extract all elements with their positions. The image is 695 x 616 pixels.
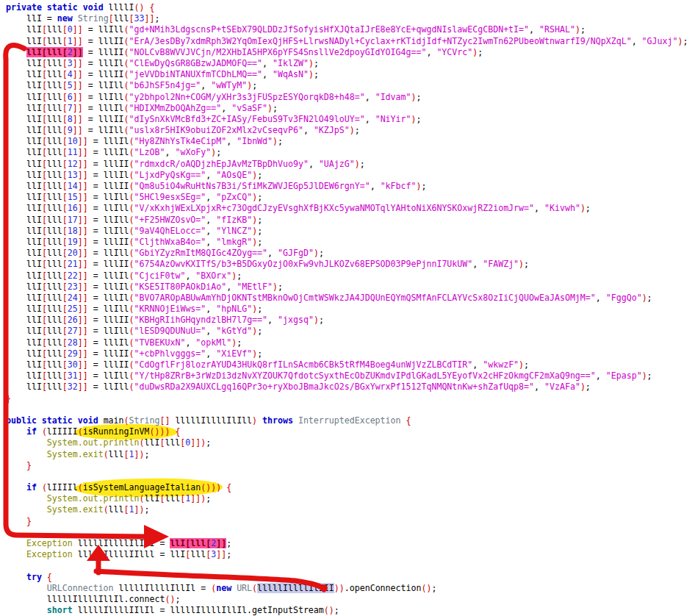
code-token: 6 [68,92,73,102]
code-token [6,259,26,269]
code-token: [ [62,125,68,135]
code-token: ( [124,114,129,124]
code-token [6,370,26,381]
code-token: ]] [78,282,88,292]
code-line: llI[lll[3]] = lllIl("ClEwDyQsGR8GBzwJADM… [6,58,688,69]
code-token: , [226,282,237,292]
code-token: 3 [68,58,73,68]
code-token: ( [124,36,129,46]
code-token: [ [124,449,129,459]
code-token: lllII [104,348,129,359]
code-token: "Idvam" [375,92,411,102]
code-token: "rdmxdcR/oAQDjzhEpJAvMzTBpDhVuo9y" [134,159,309,169]
code-token: llI [26,136,42,146]
code-token: try [26,572,47,582]
code-token: llI [26,36,42,46]
code-token: ( [129,248,134,258]
code-token: "gd+NMih3LdgscnsP+tSEbX79QLDDzJfSofyisHf… [129,24,529,35]
search-highlight: ]] [73,47,83,57]
code-line: try { [6,572,688,583]
code-line: llI[lll[9]] = llIll("uslx8r5HIK9obuiZOF2… [6,125,688,136]
code-token: ) [411,114,417,124]
code-token: ) [642,293,647,303]
code-token: = [88,382,104,392]
code-token: ( [42,426,47,437]
code-token: lllIl [104,271,129,281]
code-token: System.exit [47,504,104,515]
code-token: [ [62,304,68,314]
code-token: lll [109,449,124,459]
code-token: = [88,337,104,348]
code-token: ]) [134,449,145,459]
code-line: llI[lll[19]] = lllII("CljthWxaB4o=", "lm… [6,237,688,248]
code-token: "YlNCZ" [216,226,252,236]
code-token: "ClEwDyQsGR8GBzwJADMOFQ==" [129,58,262,68]
code-token: "XiEVf" [216,348,252,359]
code-token [6,271,26,281]
code-token: llIll [104,226,129,236]
code-token: "lmkgR" [216,237,252,247]
code-token: [ [42,237,47,247]
code-token: 31 [68,370,78,381]
code-line: llI[lll[31]] = llIll("Y/tHp8ZRrB+3rWzDi3… [6,370,688,382]
code-token: ; [586,203,591,213]
code-token: llI [26,282,42,292]
code-token: "KSE5IT80PAOkDiAo" [134,282,227,292]
code-token: ]] [78,382,88,392]
code-token: "dIySnXkVMcBfd3+ZC+IASy/FebuS9Tv3FN2lO49… [129,114,365,124]
code-token: [ [62,92,68,102]
code-token: ; [417,114,422,124]
code-token: "UAjzG" [319,159,355,169]
code-token: [ [62,248,68,258]
code-token: 26 [68,315,78,325]
code-token: "wWTyM" [211,80,247,90]
code-token: [ [62,36,68,46]
code-token: = [83,69,98,79]
code-token: lll [47,192,62,202]
code-token: ) [273,136,278,146]
code-token: ]]) [190,437,206,448]
code-token: } [26,460,32,470]
code-token: { [226,482,231,493]
code-line: Exception lllllIllllIIlll = llI[lll[3]]; [6,549,688,560]
search-highlight: llI[lll[ [26,47,68,57]
code-token: lll [47,125,62,135]
code-token [6,147,26,157]
code-token: ; [478,47,483,57]
code-token [6,215,26,225]
code-token: lllllIllllIllIl [170,605,247,615]
code-line: System.exit(lll[1]); [6,449,688,460]
code-token: "BXOrx" [195,271,231,281]
code-token: lllllIllllIllIl [47,594,124,604]
code-token: = [88,326,104,336]
code-token: llI [26,215,42,225]
code-token: ; [257,226,262,236]
code-token [6,248,26,258]
code-token: ( [129,192,134,202]
code-token: ( [124,69,129,79]
code-token: 1 [68,36,73,46]
code-token: ; [155,13,160,24]
code-token: 11 [68,147,78,157]
code-token: , [365,92,375,102]
code-token: "y2bhpol2Nn+COGM/yXHr3s3jFUSpzESYQorqkD8… [129,92,365,102]
code-area[interactable]: private static void llllI() { llI = new … [0,2,688,616]
search-highlight: 2 [68,47,73,57]
code-token: openConnection [350,583,422,593]
code-token: ( [129,147,134,157]
code-token: ( [124,58,129,68]
code-token: ( [124,24,129,35]
code-token: llI [26,125,42,135]
code-token: [ [42,259,47,269]
code-token: [ [124,504,129,515]
code-token: llI [26,237,42,247]
code-line: llI[lll[8]] = lllII("dIySnXkVMcBfd3+ZC+I… [6,114,688,125]
code-token: llI [144,493,159,504]
code-token: = [83,36,98,46]
code-token: ) [575,24,580,35]
code-token: [ [42,337,47,348]
code-line: llI[lll[30]] = lllII("CdOgflFrj8lozrAYUD… [6,359,688,370]
code-token: ; [273,103,278,113]
code-token: () [165,594,175,604]
code-token: [ [42,36,47,46]
